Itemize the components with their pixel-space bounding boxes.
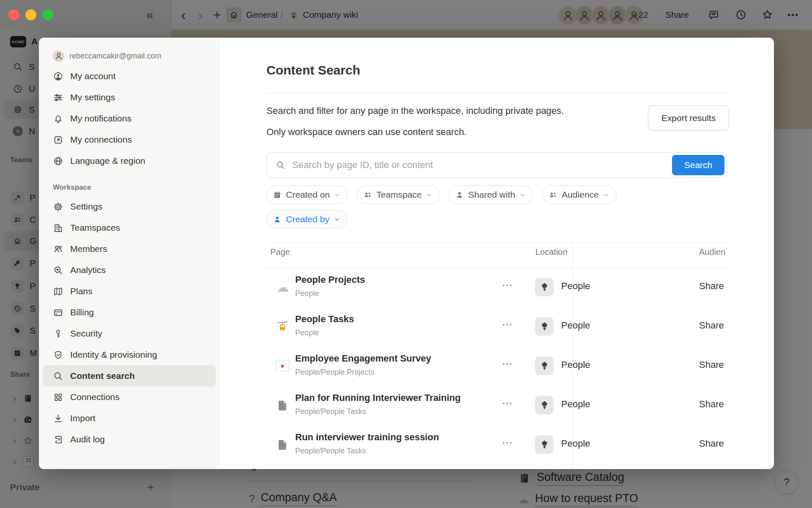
document-page-icon [275,398,290,413]
search-icon [275,160,285,170]
face-icon [54,51,64,61]
download-icon [53,413,63,424]
filter-chip-row: Created on Teamspace Shared with Audienc… [266,185,617,204]
row-page-path: People [295,329,319,337]
nav-item-label: Audit log [70,434,105,444]
description-line: Only workspace owners can use content se… [266,121,564,143]
filter-created-on[interactable]: Created on [266,185,348,204]
settings-nav-connections[interactable]: Connections [39,387,220,408]
chevron-down-icon [603,192,609,198]
workspace-section-label: Workspace [53,183,220,192]
nav-item-label: Billing [70,307,94,318]
row-page-path: People [295,289,319,298]
row-more-button[interactable]: ••• [502,282,513,289]
minimize-window-button[interactable] [25,9,36,20]
row-location: People [561,359,590,370]
settings-nav-identity-provisioning[interactable]: Identity & provisioning [39,344,220,365]
filter-audience[interactable]: Audience [542,185,617,204]
globe-icon [53,156,63,166]
settings-nav-billing[interactable]: Billing [39,302,220,323]
settings-nav-import[interactable]: Import [39,408,220,429]
filter-label: Created by [286,214,329,224]
settings-nav-my-notifications[interactable]: My notifications [39,108,220,129]
row-audience: Share [699,320,724,331]
row-more-button[interactable]: ••• [502,439,513,446]
row-more-button[interactable]: ••• [502,321,513,328]
settings-nav-analytics[interactable]: Analytics [39,260,220,281]
settings-nav-audit-log[interactable]: Audit log [39,429,220,450]
settings-nav-content-search[interactable]: Content search [43,365,216,387]
filter-teamspace[interactable]: Teamspace [357,185,439,204]
filter-label: Created on [286,190,330,200]
row-page-title: Run interviewer training session [295,432,439,443]
search-input[interactable] [291,159,727,171]
chevron-down-icon [334,192,340,198]
settings-nav-my-connections[interactable]: My connections [39,129,220,150]
filter-created-by[interactable]: Created by [266,210,347,229]
filter-shared-with[interactable]: Shared with [449,185,533,204]
title-divider [266,93,727,93]
row-audience: Share [699,281,724,292]
settings-nav-members[interactable]: Members [39,238,220,260]
search-button[interactable]: Search [672,155,724,175]
table-row[interactable]: People Tasks People ••• People Share [266,307,727,346]
row-page-title: People Tasks [295,314,354,325]
row-audience: Share [699,399,724,410]
filter-label: Teamspace [376,190,422,200]
table-row[interactable]: ☁ People Projects People ••• People Shar… [266,268,727,307]
bell-icon [53,113,63,124]
export-results-button[interactable]: Export results [648,105,729,130]
column-header-page: Page [270,247,290,257]
nav-item-label: Teamspaces [70,223,120,233]
zoom-window-button[interactable] [42,9,53,20]
teamspace-flower-icon [535,278,554,296]
chevron-down-icon [334,216,340,223]
person-icon [455,190,464,199]
credit-card-icon [53,307,63,318]
settings-nav-teamspaces[interactable]: Teamspaces [39,217,220,238]
row-audience: Share [699,359,724,370]
arrow-out-box-icon [53,135,63,145]
settings-nav-plans[interactable]: Plans [39,281,220,302]
nav-item-label: Import [70,413,96,423]
settings-nav-my-account[interactable]: My account [39,66,220,87]
nav-item-label: Content search [70,371,135,381]
nav-item-label: Plans [70,286,93,296]
account-avatar [53,50,64,62]
table-row[interactable]: ♥ Employee Engagement Survey People/Peop… [266,346,727,386]
settings-nav-settings[interactable]: Settings [39,196,220,217]
members-icon [53,244,63,254]
row-location: People [561,281,590,292]
teamspace-flower-icon [535,396,554,414]
column-header-audience: Audien [699,247,725,257]
nav-item-label: Language & region [70,156,145,166]
nav-item-label: My account [70,71,115,81]
row-more-button[interactable]: ••• [502,400,513,407]
gear-icon [53,202,63,212]
settings-nav-security[interactable]: Security [39,323,220,344]
row-page-path: People/People Projects [295,368,374,377]
settings-nav-my-settings[interactable]: My settings [39,87,220,108]
settings-modal: rebeccamcakir@gmail.com My account My se… [39,38,774,469]
settings-nav-panel: rebeccamcakir@gmail.com My account My se… [39,38,220,469]
settings-nav-language-region[interactable]: Language & region [39,150,220,171]
chevron-down-icon [426,192,432,198]
document-page-icon [275,437,290,452]
teamspace-flower-icon [535,356,554,375]
table-row[interactable]: Run interviewer training session People/… [266,425,727,464]
shield-check-icon [53,350,63,360]
content-search-bar: Search [266,152,727,178]
row-page-title: Plan for Running Interviewer Training [295,392,461,403]
nav-item-label: My notifications [70,113,132,124]
people-icon [363,190,372,199]
love-letter-page-icon: ♥ [275,358,290,373]
magnifier-plus-icon [53,265,63,276]
close-window-button[interactable] [8,9,19,20]
page-title: Content Search [266,63,360,77]
scroll-icon [53,434,63,445]
person-icon [273,215,282,224]
row-audience: Share [699,438,724,449]
sliders-icon [53,92,63,103]
table-row[interactable]: Plan for Running Interviewer Training Pe… [266,386,727,425]
row-more-button[interactable]: ••• [502,360,513,367]
